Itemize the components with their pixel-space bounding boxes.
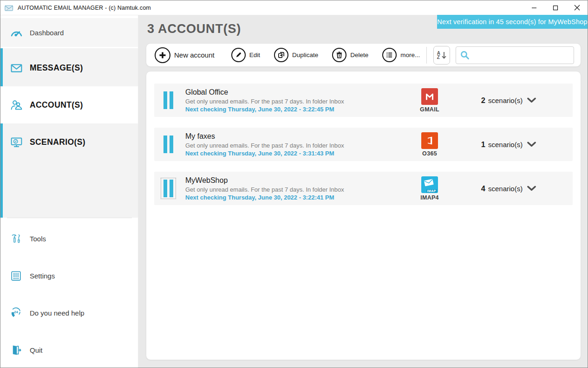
- provider-block: GMAIL: [408, 88, 451, 113]
- account-row-my-faxes[interactable]: My faxes Get only unread emails. For the…: [154, 128, 573, 161]
- account-info: MyWebShop Get only unread emails. For th…: [185, 176, 344, 201]
- tools-icon: [10, 232, 22, 245]
- account-info: Global Office Get only unread emails. Fo…: [185, 88, 344, 113]
- office365-icon: [421, 132, 438, 149]
- pause-button[interactable]: [161, 134, 176, 155]
- sidebar-item-accounts[interactable]: ACCOUNT(S): [0, 86, 138, 123]
- provider-block: IMAP IMAP4: [408, 176, 451, 201]
- account-info: My faxes Get only unread emails. For the…: [185, 132, 344, 157]
- edit-button[interactable]: Edit: [231, 48, 260, 62]
- main-area: Next verification in 45 second(s) for My…: [138, 15, 588, 368]
- provider-label: O365: [422, 150, 437, 157]
- account-description: Get only unread emails. For the past 7 d…: [185, 98, 344, 105]
- maximize-icon: [553, 5, 558, 11]
- list-icon: [382, 48, 397, 62]
- close-button[interactable]: [566, 0, 588, 15]
- sidebar-item-dashboard[interactable]: Dashboard: [0, 18, 138, 47]
- chevron-down-icon: [527, 142, 536, 147]
- imap-icon-text: IMAP: [426, 189, 438, 193]
- support-24-icon: 24: [10, 307, 22, 319]
- search-input[interactable]: [473, 52, 570, 59]
- next-checking: Next checking Thursday, June 30, 2022 - …: [185, 150, 344, 157]
- plus-icon: [155, 47, 170, 63]
- duplicate-button[interactable]: Duplicate: [274, 48, 318, 62]
- duplicate-icon: [274, 48, 288, 62]
- account-name: My faxes: [185, 132, 344, 141]
- pause-icon: [163, 91, 173, 109]
- imap4-icon: IMAP: [421, 176, 438, 193]
- window-title: AUTOMATIC EMAIL MANAGER - (c) Namtuk.com: [18, 5, 151, 11]
- sidebar-nav: MESSAGE(S) ACCOUNT(S): [0, 48, 138, 218]
- edit-label: Edit: [249, 52, 260, 58]
- users-icon: [10, 98, 23, 112]
- account-name: Global Office: [185, 88, 344, 97]
- maximize-button[interactable]: [545, 0, 566, 15]
- more-button[interactable]: more...: [382, 48, 420, 62]
- accounts-toolbar: New account Edit: [146, 43, 581, 67]
- minimize-button[interactable]: [523, 0, 545, 15]
- pause-icon: [163, 136, 173, 153]
- provider-block: O365: [408, 132, 451, 157]
- next-checking: Next checking Thursday, June 30, 2022 - …: [185, 106, 344, 113]
- sidebar-item-label: Dashboard: [30, 29, 64, 37]
- close-icon: [574, 5, 580, 11]
- gauge-icon: [10, 26, 23, 39]
- sidebar-item-messages[interactable]: MESSAGE(S): [0, 49, 138, 86]
- toolbar-divider: [426, 47, 427, 64]
- sort-arrow-icon: [441, 51, 447, 59]
- pause-icon: [163, 180, 173, 197]
- gmail-icon: [421, 88, 438, 105]
- verification-notification: Next verification in 45 second(s) for My…: [437, 15, 588, 29]
- scenario-dropdown[interactable]: 4 scenario(s): [451, 184, 566, 193]
- more-label: more...: [400, 52, 420, 58]
- next-checking: Next checking Thursday, June 30, 2022 - …: [185, 194, 344, 201]
- accounts-list-card: Global Office Get only unread emails. Fo…: [146, 71, 581, 360]
- sidebar-divider: [7, 218, 132, 218]
- provider-label: GMAIL: [420, 106, 439, 113]
- delete-button[interactable]: Delete: [332, 48, 368, 62]
- sidebar-item-label: Do you need help: [30, 309, 85, 317]
- trash-icon: [332, 48, 346, 62]
- sidebar-item-settings[interactable]: Settings: [0, 263, 138, 289]
- page-title: 3 ACCOUNT(S): [147, 22, 241, 36]
- svg-text:24: 24: [14, 310, 18, 314]
- pause-button-focused[interactable]: [161, 178, 176, 199]
- exit-door-icon: [10, 344, 22, 356]
- title-bar: AUTOMATIC EMAIL MANAGER - (c) Namtuk.com: [0, 0, 588, 15]
- new-account-button[interactable]: New account: [155, 47, 215, 63]
- scenario-monitor-icon: [10, 136, 23, 149]
- scenario-dropdown[interactable]: 2 scenario(s): [451, 96, 566, 105]
- sidebar-item-scenarios[interactable]: SCENARIO(S): [0, 123, 138, 161]
- envelope-icon: [10, 61, 23, 75]
- pause-button[interactable]: [161, 90, 176, 111]
- sidebar: Dashboard MESSAGE(S): [0, 15, 138, 368]
- account-description: Get only unread emails. For the past 7 d…: [185, 186, 344, 193]
- sidebar-item-label: SCENARIO(S): [30, 137, 85, 147]
- sidebar-item-help[interactable]: 24 Do you need help: [0, 300, 138, 326]
- sidebar-item-tools[interactable]: Tools: [0, 226, 138, 252]
- more-less-label: Delete: [350, 52, 368, 58]
- minimize-icon: [531, 5, 537, 11]
- chevron-down-icon: [527, 97, 536, 103]
- new-account-label: New account: [174, 51, 215, 59]
- search-field: [456, 46, 574, 64]
- search-icon: [460, 51, 470, 60]
- scenario-dropdown[interactable]: 1 scenario(s): [451, 140, 566, 149]
- app-window: AUTOMATIC EMAIL MANAGER - (c) Namtuk.com: [0, 0, 588, 368]
- sidebar-item-quit[interactable]: Quit: [0, 337, 138, 363]
- pencil-icon: [231, 48, 246, 62]
- account-name: MyWebShop: [185, 176, 344, 185]
- provider-label: IMAP4: [420, 194, 439, 201]
- account-row-global-office[interactable]: Global Office Get only unread emails. Fo…: [154, 84, 573, 117]
- duplicate-label: Duplicate: [292, 52, 318, 58]
- sliders-icon: [10, 270, 22, 282]
- chevron-down-icon: [527, 186, 536, 191]
- sidebar-item-label: Tools: [30, 235, 46, 243]
- account-row-mywebshop[interactable]: MyWebShop Get only unread emails. For th…: [154, 172, 573, 205]
- sidebar-item-label: Settings: [30, 272, 55, 280]
- sidebar-item-label: MESSAGE(S): [30, 63, 83, 73]
- sort-az-icon: A Z: [437, 51, 440, 59]
- account-description: Get only unread emails. For the past 7 d…: [185, 142, 344, 149]
- app-envelope-icon: [5, 4, 14, 12]
- sort-button[interactable]: A Z: [433, 46, 450, 65]
